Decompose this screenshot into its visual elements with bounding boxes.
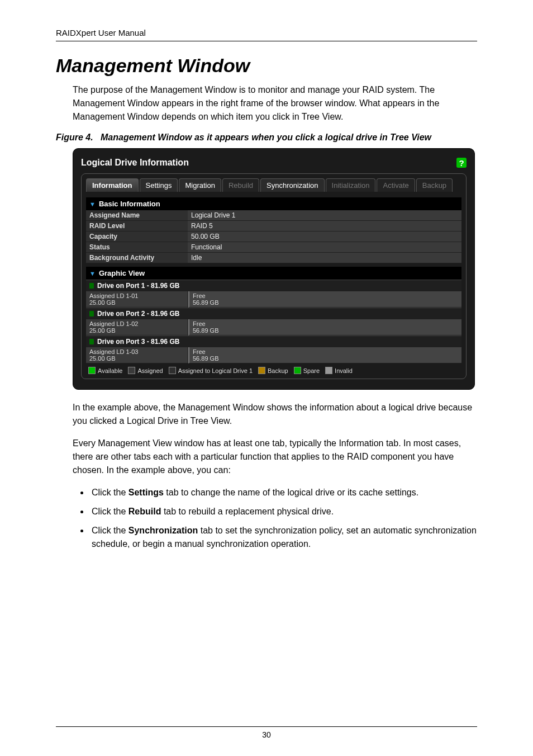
legend-available: Available — [88, 367, 122, 374]
assigned-label: Assigned LD 1-01 — [89, 292, 184, 299]
tab-bar: Information Settings Migration Rebuild S… — [86, 178, 461, 192]
assigned-label: Assigned LD 1-03 — [89, 348, 184, 355]
figure-caption-text: Management Window as it appears when you… — [101, 133, 431, 142]
assigned-size: 25.00 GB — [89, 327, 184, 334]
key: RAID Level — [86, 221, 188, 231]
help-icon[interactable]: ? — [456, 158, 467, 168]
value: Idle — [188, 253, 461, 263]
graphic-view-heading[interactable]: ▼ Graphic View — [86, 267, 461, 280]
tab-initialization: Initialization — [326, 178, 376, 192]
page-number: 30 — [0, 730, 533, 739]
free-size: 56.89 GB — [193, 327, 458, 334]
row-capacity: Capacity 50.00 GB — [86, 231, 461, 242]
drive-title: Drive on Port 3 - 81.96 GB — [97, 338, 179, 346]
footer-rule — [56, 726, 477, 727]
figure-caption: Figure 4. Management Window as it appear… — [56, 133, 477, 143]
tab-settings[interactable]: Settings — [140, 178, 178, 192]
panel-title-text: Logical Drive Information — [81, 158, 189, 168]
drive-port-3-bar: Assigned LD 1-03 25.00 GB Free 56.89 GB — [86, 347, 461, 363]
legend-backup: Backup — [258, 367, 288, 374]
bullet-settings: Click the Settings tab to change the nam… — [89, 486, 477, 499]
key: Status — [86, 242, 188, 253]
page-title: Management Window — [56, 55, 477, 77]
value: Functional — [188, 242, 461, 253]
drive-led-icon — [89, 283, 94, 289]
free-label: Free — [193, 292, 458, 299]
basic-info-label: Basic Information — [99, 200, 160, 208]
bullet-rebuild: Click the Rebuild tab to rebuild a repla… — [89, 505, 477, 518]
drive-port-2-heading: Drive on Port 2 - 81.96 GB — [86, 308, 461, 319]
drive-port-1-heading: Drive on Port 1 - 81.96 GB — [86, 280, 461, 291]
intro-paragraph: The purpose of the Management Window is … — [56, 83, 477, 124]
drive-port-1-bar: Assigned LD 1-01 25.00 GB Free 56.89 GB — [86, 291, 461, 308]
free-size: 56.89 GB — [193, 355, 458, 362]
free-segment: Free 56.89 GB — [188, 291, 461, 308]
assigned-label: Assigned LD 1-02 — [89, 320, 184, 327]
assigned-segment: Assigned LD 1-03 25.00 GB — [86, 347, 188, 363]
value: 50.00 GB — [188, 231, 461, 242]
bullet-lead: Click the — [92, 507, 129, 516]
row-assigned-name: Assigned Name Logical Drive 1 — [86, 210, 461, 221]
legend: Available Assigned Assigned to Logical D… — [86, 363, 461, 374]
value: RAID 5 — [188, 221, 461, 231]
assigned-size: 25.00 GB — [89, 355, 184, 362]
bullet-rest: tab to rebuild a replacement physical dr… — [161, 507, 334, 516]
tab-information[interactable]: Information — [86, 178, 139, 192]
chevron-down-icon: ▼ — [89, 270, 96, 277]
legend-assigned: Assigned — [128, 367, 163, 374]
bullet-lead: Click the — [92, 488, 129, 497]
assigned-segment: Assigned LD 1-02 25.00 GB — [86, 319, 188, 336]
bullet-bold: Settings — [129, 488, 164, 497]
key: Background Activity — [86, 253, 188, 263]
key: Assigned Name — [86, 210, 188, 221]
tab-backup: Backup — [416, 178, 453, 192]
free-size: 56.89 GB — [193, 299, 458, 306]
row-raid-level: RAID Level RAID 5 — [86, 221, 461, 231]
row-status: Status Functional — [86, 242, 461, 253]
bullet-list: Click the Settings tab to change the nam… — [56, 486, 477, 551]
free-label: Free — [193, 348, 458, 355]
legend-spare: Spare — [294, 367, 320, 374]
row-background-activity: Background Activity Idle — [86, 253, 461, 263]
free-segment: Free 56.89 GB — [188, 319, 461, 336]
running-head: RAIDXpert User Manual — [56, 28, 477, 37]
free-segment: Free 56.89 GB — [188, 347, 461, 363]
tab-rebuild: Rebuild — [222, 178, 259, 192]
legend-assigned-ld1: Assigned to Logical Drive 1 — [169, 367, 253, 374]
bullet-rest: tab to change the name of the logical dr… — [164, 488, 418, 497]
legend-invalid: Invalid — [325, 367, 353, 374]
paragraph-after-figure-2: Every Management View window has at leas… — [56, 437, 477, 477]
management-window-screenshot: Logical Drive Information ? Information … — [73, 148, 475, 390]
paragraph-after-figure-1: In the example above, the Management Win… — [56, 401, 477, 428]
free-label: Free — [193, 320, 458, 327]
drive-title: Drive on Port 1 - 81.96 GB — [97, 282, 179, 290]
drive-title: Drive on Port 2 - 81.96 GB — [97, 310, 179, 318]
bullet-lead: Click the — [92, 526, 129, 535]
graphic-view-label: Graphic View — [99, 269, 145, 277]
assigned-size: 25.00 GB — [89, 299, 184, 306]
panel-border: Information Settings Migration Rebuild S… — [81, 173, 467, 379]
tab-activate: Activate — [377, 178, 415, 192]
chevron-down-icon: ▼ — [89, 201, 96, 207]
key: Capacity — [86, 231, 188, 242]
assigned-segment: Assigned LD 1-01 25.00 GB — [86, 291, 188, 308]
tab-migration[interactable]: Migration — [179, 178, 221, 192]
bullet-synchronization: Click the Synchronization tab to set the… — [89, 524, 477, 551]
bullet-bold: Rebuild — [129, 507, 161, 516]
bullet-bold: Synchronization — [129, 526, 198, 535]
head-rule — [56, 41, 477, 41]
drive-port-3-heading: Drive on Port 3 - 81.96 GB — [86, 336, 461, 347]
figure-number: Figure 4. — [56, 133, 93, 142]
tab-synchronization[interactable]: Synchronization — [260, 178, 325, 192]
value: Logical Drive 1 — [188, 210, 461, 221]
basic-info-heading[interactable]: ▼ Basic Information — [86, 197, 461, 210]
drive-led-icon — [89, 311, 94, 316]
drive-led-icon — [89, 339, 94, 344]
drive-port-2-bar: Assigned LD 1-02 25.00 GB Free 56.89 GB — [86, 319, 461, 336]
